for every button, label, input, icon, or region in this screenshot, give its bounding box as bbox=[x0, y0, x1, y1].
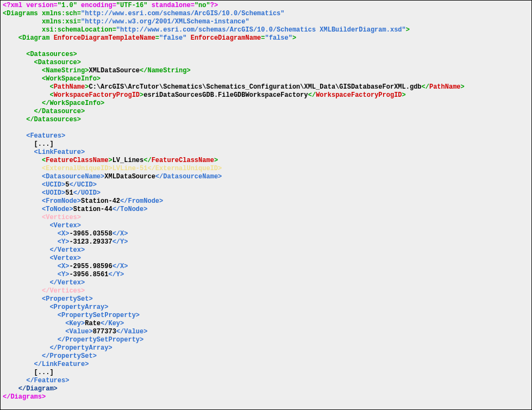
code-line-33: <Y>-3956.8561</Y> bbox=[3, 271, 529, 279]
code-line-25: <ToNode>Station-44</ToNode> bbox=[3, 206, 529, 214]
code-line-37: <PropertyArray> bbox=[3, 303, 529, 312]
code-line-11: <WorkspaceFactoryProgID>esriDataSourcesG… bbox=[3, 91, 529, 100]
code-line-17: [...] bbox=[3, 140, 529, 148]
code-line-44: </LinkFeature> bbox=[3, 361, 529, 369]
code-line-1: <Diagrams xmlns:sch="http://www.esri.com… bbox=[3, 10, 529, 18]
code-line-0: <?xml version="1.0" encoding="UTF-16" st… bbox=[3, 2, 529, 10]
code-line-48: </Diagrams> bbox=[3, 393, 529, 401]
code-line-6: <Datasources> bbox=[3, 51, 529, 59]
code-line-14: </Datasources> bbox=[3, 116, 529, 124]
xml-code-view: <?xml version="1.0" encoding="UTF-16" st… bbox=[0, 0, 532, 410]
code-line-27: <Vertex> bbox=[3, 222, 529, 230]
code-line-8: <NameString>XMLDataSource</NameString> bbox=[3, 67, 529, 75]
code-line-23: <UOID>51</UOID> bbox=[3, 189, 529, 197]
code-line-28: <X>-3965.03558</X> bbox=[3, 230, 529, 238]
code-line-24: <FromNode>Station-42</FromNode> bbox=[3, 197, 529, 206]
code-line-9: <WorkSpaceInfo> bbox=[3, 75, 529, 83]
code-line-15 bbox=[3, 124, 529, 132]
code-line-29: <Y>-3123.29337</Y> bbox=[3, 238, 529, 246]
code-line-35: </Vertices> bbox=[3, 287, 529, 295]
code-line-30: </Vertex> bbox=[3, 246, 529, 254]
code-line-31: <Vertex> bbox=[3, 254, 529, 263]
code-line-18: <LinkFeature> bbox=[3, 148, 529, 157]
code-line-46: </Features> bbox=[3, 377, 529, 385]
code-line-26: <Vertices> bbox=[3, 214, 529, 222]
code-line-40: <Value>877373</Value> bbox=[3, 328, 529, 336]
code-line-20: <ExternalUniqueID>LVLine-51</ExternalUni… bbox=[3, 165, 529, 173]
code-line-21: <DatasourceName>XMLDataSource</Datasourc… bbox=[3, 173, 529, 181]
code-line-19: <FeatureClassName>LV_Lines</FeatureClass… bbox=[3, 157, 529, 165]
code-line-12: </WorkSpaceInfo> bbox=[3, 100, 529, 108]
code-line-34: </Vertex> bbox=[3, 279, 529, 287]
code-line-3: xsi:schemaLocation="http://www.esri.com/… bbox=[3, 26, 529, 34]
code-line-38: <PropertySetProperty> bbox=[3, 312, 529, 320]
code-line-13: </Datasource> bbox=[3, 108, 529, 116]
code-line-2: xmlns:xsi="http://www.w3.org/2001/XMLSch… bbox=[3, 18, 529, 26]
code-line-41: </PropertySetProperty> bbox=[3, 336, 529, 344]
code-line-36: <PropertySet> bbox=[3, 295, 529, 303]
code-line-4: <Diagram EnforceDiagramTemplateName="fal… bbox=[3, 34, 529, 42]
code-line-39: <Key>Rate</Key> bbox=[3, 320, 529, 328]
code-line-32: <X>-2955.98596</X> bbox=[3, 263, 529, 271]
code-line-10: <PathName>C:\ArcGIS\ArcTutor\Schematics\… bbox=[3, 83, 529, 91]
code-line-16: <Features> bbox=[3, 132, 529, 140]
code-line-47: </Diagram> bbox=[3, 385, 529, 393]
code-line-43: </PropertySet> bbox=[3, 352, 529, 361]
code-line-7: <Datasource> bbox=[3, 59, 529, 67]
code-line-45: [...] bbox=[3, 369, 529, 377]
code-line-42: </PropertyArray> bbox=[3, 344, 529, 352]
code-line-5 bbox=[3, 42, 529, 51]
code-line-22: <UCID>5</UCID> bbox=[3, 181, 529, 189]
